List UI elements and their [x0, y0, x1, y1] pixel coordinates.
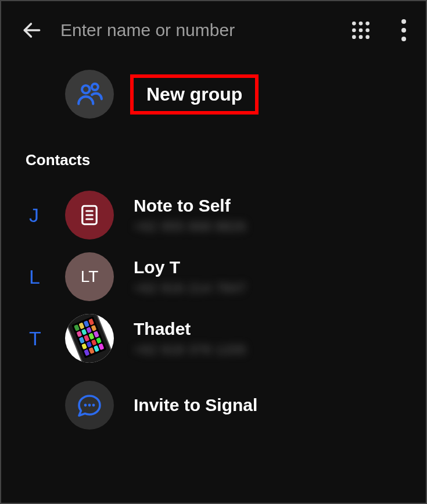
contact-row[interactable]: T Thadet +62 918 378 1205 — [1, 308, 426, 369]
svg-point-18 — [92, 404, 95, 407]
svg-point-11 — [92, 84, 98, 90]
new-group-row[interactable]: New group — [1, 53, 426, 143]
search-input[interactable] — [60, 20, 332, 40]
svg-point-3 — [365, 22, 369, 26]
back-arrow-icon[interactable] — [20, 18, 44, 42]
letter-header: J — [29, 204, 65, 227]
svg-point-6 — [365, 28, 369, 33]
contact-number: +62 955 668 8826 — [134, 219, 246, 234]
dialpad-icon[interactable] — [348, 17, 374, 43]
svg-point-9 — [365, 35, 369, 39]
contact-number: +62 916 214 7847 — [134, 281, 246, 296]
new-group-label: New group — [146, 84, 242, 105]
letter-header: T — [29, 327, 65, 350]
svg-point-4 — [352, 28, 356, 33]
contact-name: Loy T — [134, 258, 246, 277]
header — [1, 1, 426, 53]
svg-point-2 — [359, 22, 363, 26]
note-icon — [65, 191, 114, 240]
contact-name: Note to Self — [134, 196, 246, 216]
letter-header: L — [29, 266, 65, 288]
avatar-initials-text: LT — [81, 267, 99, 286]
contact-row[interactable]: J Note to Self +62 955 668 8826 — [1, 184, 426, 246]
contact-row[interactable]: L LT Loy T +62 916 214 7847 — [1, 246, 426, 308]
avatar-image — [65, 314, 114, 363]
more-options-icon[interactable] — [400, 17, 407, 43]
svg-point-1 — [352, 22, 356, 26]
svg-point-8 — [359, 35, 363, 39]
contact-number: +62 918 378 1205 — [134, 342, 246, 358]
contact-text: Note to Self +62 955 668 8826 — [134, 196, 246, 234]
contacts-section-title: Contacts — [1, 143, 426, 184]
group-icon — [65, 70, 114, 119]
svg-point-16 — [84, 404, 87, 407]
svg-point-5 — [359, 28, 363, 33]
svg-point-10 — [82, 85, 89, 93]
svg-point-7 — [352, 35, 356, 39]
chat-bubble-icon — [65, 381, 114, 430]
avatar-initials: LT — [65, 252, 114, 301]
new-group-highlight: New group — [130, 74, 259, 115]
contact-text: Thadet +62 918 378 1205 — [134, 319, 246, 358]
invite-label: Invite to Signal — [134, 395, 257, 415]
contact-text: Loy T +62 916 214 7847 — [134, 258, 246, 296]
contact-name: Thadet — [134, 319, 246, 339]
invite-row[interactable]: Invite to Signal — [1, 369, 426, 430]
svg-point-17 — [88, 404, 91, 407]
